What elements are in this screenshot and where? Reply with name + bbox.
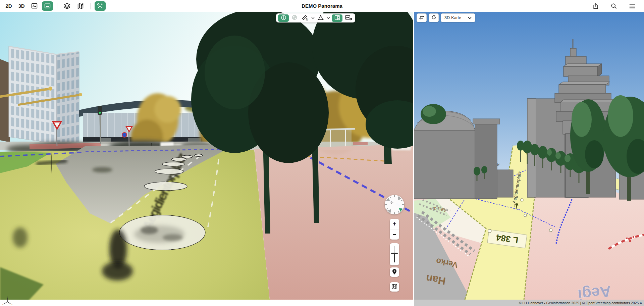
sphere-button[interactable] [290,14,299,22]
swap-views-button[interactable] [417,13,427,22]
osm-attribution-link[interactable]: © OpenStreetMap contributors 2025 [582,301,639,305]
panorama-scene: Aegidientorplatz [0,12,413,306]
zoom-in-button[interactable]: + [390,219,399,229]
search-icon [610,3,617,9]
panorama-panel[interactable]: Aegidientorplatz [0,12,413,306]
split-view-icon [334,15,340,21]
axis-y-label: y [2,303,3,305]
layers-button[interactable] [61,1,73,11]
menu-icon [629,2,636,10]
tilt-slider-handle[interactable] [392,253,397,262]
measure-dropdown-chevron[interactable] [311,17,315,19]
sync-icon [431,15,436,21]
area-measure-icon [317,14,324,22]
search-button[interactable] [608,1,619,11]
map-legend-icon [77,2,84,10]
tools-button[interactable] [95,1,106,11]
share-button[interactable] [590,1,601,11]
marker-shadows [134,225,184,243]
pano-marker[interactable] [155,169,184,174]
map-type-value: 3D-Karte [444,15,461,20]
map-top-controls: 3D-Karte [417,13,475,22]
area-dropdown-chevron[interactable] [326,17,330,19]
attribution-bar: © LH Hannover - Geoinformation 2025 | © … [414,300,644,306]
sync-views-button[interactable] [429,13,439,22]
pano-marker[interactable] [162,162,184,166]
app-header: 2D 3D [0,0,644,12]
axis-x-label: x [11,303,12,305]
image-settings-icon [345,14,352,22]
chevron-down-icon [468,15,472,20]
panorama-toolbar: 3D [276,13,355,22]
divider [57,3,57,9]
map-legend-button[interactable] [75,1,86,11]
divider [90,3,91,9]
ground-overlays: Aegidientorplatz [0,142,413,306]
layers-icon [63,2,71,10]
image-button[interactable] [29,1,40,11]
swap-icon [419,15,424,20]
map-3d-panel[interactable]: L 384 Aegidientorplatz →Aegidientorplatz… [413,12,644,306]
pano-marker[interactable] [195,154,203,157]
info-button[interactable] [278,14,289,22]
panorama-button[interactable] [42,1,53,11]
attribution-separator: | [580,301,581,305]
svg-text:3D: 3D [306,19,308,21]
map-type-select[interactable]: 3D-Karte [441,13,475,22]
overview-map-button[interactable] [390,282,399,292]
zoom-control: + − [390,219,399,240]
location-pin-icon [392,269,397,276]
image-settings-button[interactable] [344,14,353,22]
panorama-icon [44,2,51,9]
tools-icon [97,2,104,9]
attribution-expand[interactable]: » [640,301,642,305]
tilt-slider[interactable] [390,243,399,265]
sphere-icon [291,14,298,21]
pano-bottom-strip [0,300,413,306]
compass[interactable]: N [384,195,405,215]
attribution-source: © LH Hannover - Geoinformation 2025 [519,301,579,305]
view-3d-button[interactable]: 3D [16,1,27,11]
menu-button[interactable] [627,1,638,11]
pano-marker[interactable] [144,182,187,191]
minimap-icon [391,284,397,290]
view-switcher: 2D 3D [0,1,109,11]
split-view-button[interactable] [332,14,342,22]
overlay-pink [254,144,413,306]
axes-gizmo: z y x [2,296,13,305]
view-2d-button[interactable]: 2D [3,1,14,11]
measure-3d-icon: 3D [301,14,309,22]
measure-3d-button[interactable]: 3D [300,14,310,22]
pano-marker[interactable] [171,158,186,161]
map-3d-scene: L 384 Aegidientorplatz →Aegidientorplatz… [414,12,644,306]
image-icon [31,2,38,9]
area-measure-button[interactable] [316,14,325,22]
info-icon [281,15,286,21]
axis-z-label: z [7,296,8,298]
locate-button[interactable] [390,267,399,277]
pano-marker[interactable] [182,155,193,158]
share-icon [592,3,599,9]
zoom-out-button[interactable]: − [390,230,399,240]
